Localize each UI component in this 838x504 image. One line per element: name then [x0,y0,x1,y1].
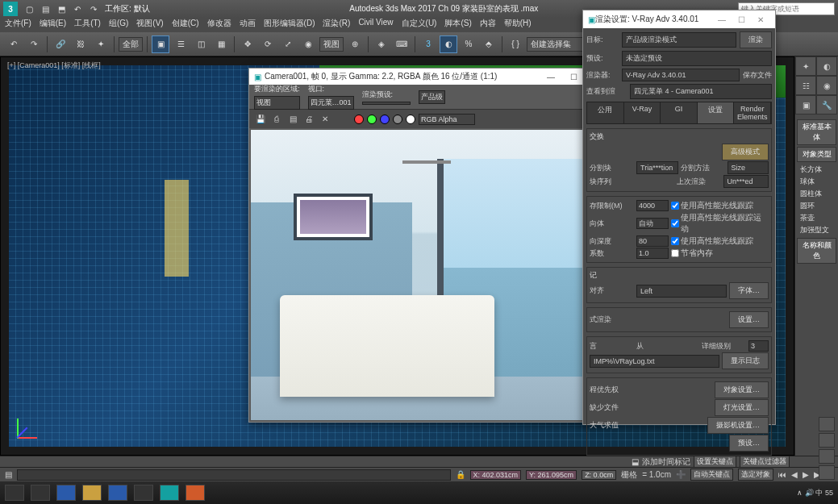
detail-input[interactable] [748,340,769,352]
qat-redo-icon[interactable]: ↷ [87,2,100,15]
minimize-icon[interactable]: — [712,15,732,24]
clone-icon[interactable]: ▤ [286,113,299,126]
chk-rt3[interactable] [671,237,679,245]
save-file-check[interactable]: 保存文件 [743,70,772,81]
log-path-field[interactable]: IMP%\VRayLog.txt [590,355,719,368]
cmd-item[interactable]: 圆环 [797,200,836,212]
play-start-icon[interactable]: ⏮ [778,470,786,479]
geom-input[interactable] [636,218,669,229]
close-icon[interactable]: ✕ [751,15,770,24]
window-crossing-icon[interactable]: ▦ [212,35,230,53]
qat-new-icon[interactable]: ▢ [23,2,35,15]
preset-setting-dropdown[interactable]: 未选定预设 [622,51,772,66]
orbit-icon[interactable] [819,449,835,464]
cmd-cat-namecolor[interactable]: 名称和颜色 [797,238,836,264]
renderer-dropdown[interactable]: V-Ray Adv 3.40.01 [622,69,740,81]
align-dropdown[interactable]: Left [636,285,727,298]
menu-rendering[interactable]: 渲染(R) [323,18,350,32]
cmd-item[interactable]: 球体 [797,176,836,188]
viewport-label[interactable]: [+] [Camera001] [标准] [线框] [7,60,101,71]
hierarchy-tab-icon[interactable]: ☷ [795,76,816,95]
timetag-icon[interactable]: ⬓ [632,457,639,466]
cmd-cat-objtype[interactable]: 对象类型 [797,147,836,162]
select-rect-icon[interactable]: ◫ [192,35,210,53]
menu-file[interactable]: 文件(F) [5,18,31,32]
clear-icon[interactable]: ✕ [319,113,331,126]
adv-mode-button[interactable]: 高级模式 [722,144,769,160]
render-titlebar[interactable]: ▣ Camera001, 帧 0, 显示 Gamma: 2.2, RGBA 颜色… [249,69,611,85]
unlink-icon[interactable]: ⛓ [72,35,90,53]
utilities-tab-icon[interactable]: 🔧 [816,95,837,115]
task-explorer-icon[interactable] [5,485,24,501]
task-edge-icon[interactable] [56,485,76,501]
select-icon[interactable]: ▣ [152,35,169,53]
selection-filter[interactable]: 全部 [119,37,143,52]
named-selset-dropdown[interactable]: 创建选择集 [527,37,591,52]
menu-script[interactable]: 脚本(S) [444,18,471,32]
workspace-label[interactable]: 工作区: 默认 [105,3,150,15]
menu-create[interactable]: 创建(C) [172,18,199,32]
lock-icon[interactable]: 🔒 [456,470,465,479]
task-taskview-icon[interactable] [31,485,50,501]
menu-customize[interactable]: 自定义(U) [402,18,437,32]
redo-icon[interactable]: ↷ [25,35,43,53]
coef-input[interactable] [636,248,669,259]
move-icon[interactable]: ✥ [239,35,256,53]
select-name-icon[interactable]: ☰ [172,35,190,53]
camera-settings-button[interactable]: 摄影机设置… [707,417,769,434]
add-time-tag-icon[interactable]: ➕ [676,470,686,479]
qat-open-icon[interactable]: ▤ [39,2,52,15]
light-settings-button[interactable]: 灯光设置… [715,399,769,416]
selected-objects[interactable]: 选定对象 [738,469,773,481]
ref-coord-dropdown[interactable]: 视图 [319,37,344,52]
play-prev-icon[interactable]: ◀ [791,470,798,479]
maxscript-input[interactable] [17,469,451,481]
task-word-icon[interactable] [108,485,127,501]
cmd-item[interactable]: 圆柱体 [797,188,836,200]
mem-limit-input[interactable] [636,200,669,211]
motion-tab-icon[interactable]: ◉ [816,76,837,95]
qat-save-icon[interactable]: ⬒ [55,2,68,15]
save-image-icon[interactable]: 💾 [254,113,267,126]
coord-x[interactable]: X: 402.031cm [470,470,522,480]
bind-icon[interactable]: ✦ [92,35,110,53]
keyboard-icon[interactable]: ⌨ [393,35,411,53]
presets-button[interactable]: 预设… [729,435,769,452]
show-log-button[interactable]: 显示日志 [722,352,769,369]
snap-icon[interactable]: 3 [419,35,437,53]
tab-gi[interactable]: GI [661,102,698,123]
scale-icon[interactable]: ⤢ [279,35,297,53]
create-tab-icon[interactable]: ✦ [795,56,816,76]
modify-tab-icon[interactable]: ◐ [816,56,837,76]
minimize-icon[interactable]: — [541,73,561,81]
menu-grapheditors[interactable]: 图形编辑器(D) [264,18,315,32]
view-to-render-dropdown[interactable]: 四元菜单 4 - Camera001 [630,84,772,99]
chk-savemem[interactable] [671,249,679,257]
task-app1-icon[interactable] [134,485,153,501]
tray-icons[interactable]: ∧ 🔊 中 55 [797,488,833,498]
menu-group[interactable]: 组(G) [109,18,128,32]
coord-z[interactable]: Z: 0.0cm [582,470,616,480]
undo-icon[interactable]: ↶ [5,35,23,53]
render-button[interactable]: 渲染 [740,31,772,48]
dist-settings-button[interactable]: 设置… [729,311,769,328]
menu-civilview[interactable]: Civil View [358,18,393,32]
zoom-icon[interactable] [819,433,835,448]
viewport-dropdown[interactable]: 四元菜…001 [308,96,354,110]
task-3dsmax-icon[interactable] [160,485,179,501]
pan-icon[interactable] [819,417,835,431]
tab-vray[interactable]: V-Ray [624,102,661,123]
preset-dropdown[interactable] [362,102,411,105]
cmd-item[interactable]: 茶壶 [797,212,836,224]
alpha-channel-icon[interactable] [393,115,402,124]
add-timetag-label[interactable]: 添加时间标记 [642,456,690,468]
spinner-snap-icon[interactable]: ⬘ [480,35,498,53]
menu-modifiers[interactable]: 修改器 [207,18,231,32]
maximize-viewport-icon[interactable] [819,465,835,480]
production-dropdown[interactable]: 产品级 [419,90,445,104]
chk-rt1[interactable] [671,202,679,210]
coord-y[interactable]: Y: 261.095cm [526,470,577,480]
pivot-icon[interactable]: ⊕ [346,35,364,53]
task-folder-icon[interactable] [82,485,102,501]
copy-image-icon[interactable]: ⎙ [270,113,283,126]
